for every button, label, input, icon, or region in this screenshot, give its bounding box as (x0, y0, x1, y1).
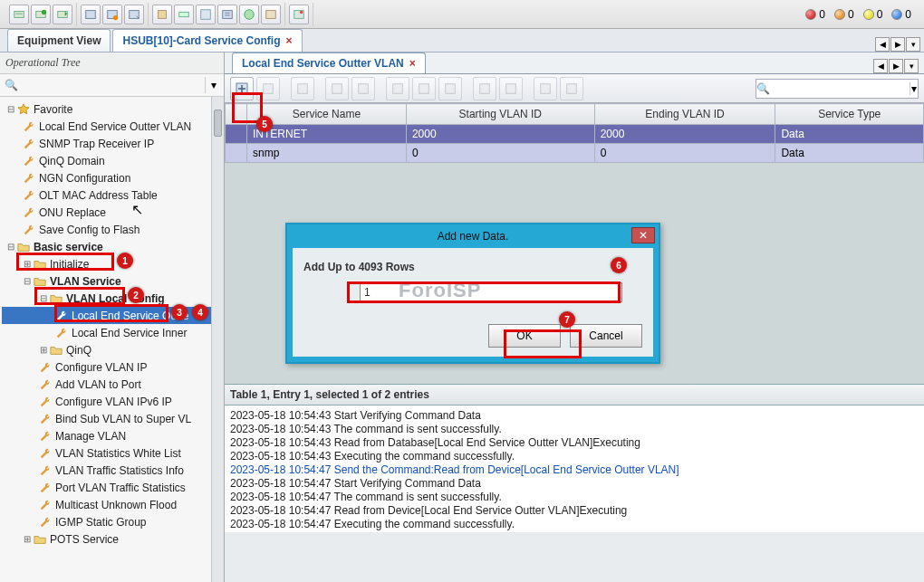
tree-item[interactable]: ⊞QinQ (2, 341, 224, 358)
search-dropdown-icon[interactable]: ▾ (910, 82, 918, 95)
tree-label: VLAN Service (50, 275, 121, 288)
toolbar-btn-6[interactable] (124, 5, 144, 24)
col-ending-vlan[interactable]: Ending VLAN ID (594, 104, 775, 125)
inner-tab-local-end-outter[interactable]: Local End Service Outter VLAN× (232, 52, 426, 73)
tree-label: OLT MAC Address Table (39, 189, 158, 202)
toolbar-btn-8[interactable] (174, 5, 194, 24)
tree-item[interactable]: QinQ Domain (2, 152, 224, 169)
tree-item[interactable]: NGN Configuration (2, 169, 224, 186)
content-search-input[interactable] (770, 81, 910, 97)
tree-item[interactable]: Port VLAN Traffic Statistics (2, 479, 224, 496)
toolbar-btn-9[interactable] (196, 5, 216, 24)
tree-item[interactable]: OLT MAC Address Table (2, 186, 224, 204)
tree-item[interactable]: Save Config to Flash (2, 221, 224, 238)
toolbar-btn-12[interactable] (261, 5, 281, 24)
toolbar-btn[interactable] (386, 77, 409, 100)
toolbar-btn-3[interactable] (53, 5, 72, 24)
tab-card-service-config[interactable]: HSUB[10]-Card Service Config× (112, 29, 302, 52)
tree-item[interactable]: ONU Replace (2, 204, 224, 221)
toolbar-btn[interactable] (499, 77, 523, 100)
tree-local-end-outter-selected[interactable]: Local End Service Outte (2, 307, 224, 324)
inner-tabbar: Local End Service Outter VLAN× ◀ ▶ ▾ (225, 52, 924, 74)
toolbar-btn-5[interactable] (102, 5, 122, 24)
tree-label: NGN Configuration (39, 172, 130, 185)
tree-item[interactable]: ⊞POTS Service (2, 530, 224, 548)
tree-item[interactable]: Configure VLAN IPv6 IP (2, 393, 224, 410)
toolbar-btn-2[interactable] (31, 5, 51, 24)
tree-label: SNMP Trap Receiver IP (39, 138, 154, 150)
status-indicators: 0 0 0 0 (805, 8, 919, 21)
tab-equipment-view[interactable]: Equipment View (7, 29, 111, 52)
tab-nav-prev[interactable]: ◀ (875, 37, 890, 52)
tree-item[interactable]: Manage VLAN (2, 427, 224, 444)
red-dot-icon (805, 9, 816, 20)
close-icon[interactable]: × (286, 34, 293, 47)
toolbar-btn-13[interactable] (289, 5, 309, 24)
tree-label: Multicast Unknown Flood (55, 499, 177, 511)
col-starting-vlan[interactable]: Starting VLAN ID (406, 104, 594, 125)
status-yellow: 0 (863, 8, 883, 21)
tree-item[interactable]: Local End Service Outter VLAN (2, 118, 224, 135)
inner-tab-nav-prev[interactable]: ◀ (873, 59, 888, 73)
toolbar-btn[interactable] (473, 77, 496, 100)
tree-label: POTS Service (50, 533, 119, 546)
tree-label: QinQ (66, 344, 91, 357)
tree-vlan-local-config[interactable]: ⊟VLAN Local Config (2, 290, 224, 307)
tree-item[interactable]: ⊞Initialize (2, 255, 224, 272)
main-tabbar: Equipment View HSUB[10]-Card Service Con… (0, 29, 924, 52)
svg-rect-23 (446, 83, 456, 93)
cell: 2000 (594, 125, 775, 144)
tab-nav-next[interactable]: ▶ (890, 37, 905, 52)
tree-item[interactable]: IGMP Static Group (2, 513, 224, 530)
tree-item[interactable]: Configure VLAN IP (2, 358, 224, 376)
toolbar-btn[interactable] (291, 77, 314, 100)
tree-label: Manage VLAN (55, 430, 126, 443)
tree-vlan-service[interactable]: ⊟VLAN Service (2, 272, 224, 290)
dialog-label: Add Up to 4093 Rows (303, 261, 642, 273)
toolbar-btn[interactable] (412, 77, 436, 100)
tree-favorite[interactable]: ⊟Favorite (2, 100, 224, 118)
search-dropdown-icon[interactable]: ▾ (205, 77, 221, 93)
tree-item[interactable]: Add VLAN to Port (2, 376, 224, 393)
tab-nav-menu[interactable]: ▾ (906, 37, 920, 52)
toolbar-btn[interactable] (438, 77, 462, 100)
top-toolbar: 0 0 0 0 (0, 0, 924, 29)
table-row[interactable]: snmp 0 0 Data (226, 144, 924, 163)
svg-point-15 (300, 10, 303, 14)
toolbar-btn-11[interactable] (239, 5, 259, 24)
badge-5: 5 (256, 116, 273, 132)
toolbar-btn[interactable] (325, 77, 349, 100)
tree-item[interactable]: Bind Sub VLAN to Super VL (2, 410, 224, 427)
tree-label: VLAN Traffic Statistics Info (55, 464, 184, 477)
tree-item[interactable]: SNMP Trap Receiver IP (2, 135, 224, 152)
toolbar-btn-4[interactable] (81, 5, 101, 24)
close-icon[interactable]: × (409, 57, 416, 70)
toolbar-btn-1[interactable] (9, 5, 29, 24)
toolbar-btn[interactable] (560, 77, 583, 100)
svg-rect-25 (506, 83, 516, 93)
tree-item[interactable]: VLAN Traffic Statistics Info (2, 462, 224, 479)
ok-button[interactable]: OK (488, 324, 561, 348)
col-service-type[interactable]: Service Type (775, 104, 924, 125)
toolbar-btn[interactable] (256, 77, 280, 100)
folder-icon (49, 343, 63, 358)
tree-item[interactable]: Local End Service Inner (2, 324, 224, 341)
toolbar-btn-7[interactable] (152, 5, 172, 24)
tree-basic-service[interactable]: ⊟Basic service (2, 238, 224, 255)
operational-tree-pane: Operational Tree 🔍 ▾ ⊟Favorite Local End… (0, 52, 225, 582)
add-button[interactable] (230, 77, 254, 100)
tree-item[interactable]: VLAN Statistics White List (2, 444, 224, 462)
svg-rect-21 (393, 83, 403, 93)
tree-scrollbar[interactable] (211, 97, 224, 582)
table-row[interactable]: INTERNET 2000 2000 Data (226, 125, 924, 144)
cancel-button[interactable]: Cancel (570, 324, 642, 348)
inner-tab-nav-menu[interactable]: ▾ (904, 59, 919, 73)
tree-item[interactable]: Multicast Unknown Flood (2, 496, 224, 513)
toolbar-btn[interactable] (534, 77, 557, 100)
toolbar-btn[interactable] (351, 77, 375, 100)
inner-tab-nav-next[interactable]: ▶ (889, 59, 903, 73)
wrench-icon (38, 515, 53, 530)
toolbar-btn-10[interactable] (217, 5, 237, 24)
dialog-close-button[interactable]: ✕ (631, 227, 655, 243)
tree-search-input[interactable] (21, 77, 203, 93)
